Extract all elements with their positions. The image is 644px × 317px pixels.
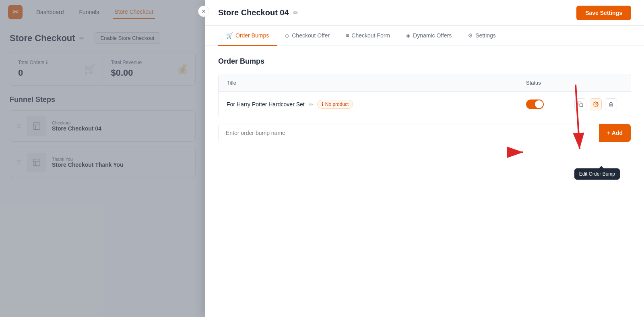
svg-rect-6 [580, 104, 583, 107]
modal-close-button[interactable]: ✕ [198, 6, 209, 17]
form-tab-icon: ≡ [346, 32, 349, 39]
edit-order-bump-button[interactable] [590, 98, 602, 110]
tab-order-bumps[interactable]: 🛒 Order Bumps [218, 26, 277, 46]
add-order-bump-input[interactable] [219, 124, 594, 142]
svg-point-7 [595, 104, 597, 105]
modal-header: Store Checkout 04 ✏ Save Settings [205, 0, 644, 26]
add-order-bump-button[interactable]: + Add [599, 124, 631, 142]
table-row: For Harry Potter Hardcover Set ✏ ℹ No pr… [219, 92, 631, 117]
modal-title-row: Store Checkout 04 ✏ [218, 8, 298, 17]
order-bumps-table: Title Status For Harry Potter Hardcover … [218, 74, 631, 117]
cart-tab-icon: 🛒 [226, 32, 233, 39]
modal-panel: Store Checkout 04 ✏ Save Settings 🛒 Orde… [205, 0, 644, 317]
modal-tabs: 🛒 Order Bumps ◇ Checkout Offer ≡ Checkou… [205, 26, 644, 46]
warning-icon: ℹ [322, 102, 324, 107]
toggle-enabled[interactable] [526, 99, 544, 109]
table-header: Title Status [219, 74, 631, 92]
row-title-cell: For Harry Potter Hardcover Set ✏ ℹ No pr… [227, 100, 526, 109]
modal-title-edit-icon[interactable]: ✏ [293, 9, 298, 17]
tab-settings[interactable]: ⚙ Settings [460, 26, 504, 46]
row-edit-icon[interactable]: ✏ [309, 102, 313, 108]
toggle-knob [535, 100, 543, 108]
tab-dynamic-offers[interactable]: ◈ Dynamic Offers [398, 26, 460, 46]
modal-body: Order Bumps Title Status For Harry Potte… [205, 46, 644, 317]
modal-title: Store Checkout 04 [218, 8, 289, 17]
col-title-header: Title [227, 80, 526, 86]
duplicate-button[interactable] [574, 98, 586, 110]
no-product-badge: ℹ No product [317, 100, 353, 109]
save-settings-button[interactable]: Save Settings [576, 6, 631, 20]
diamond-tab-icon: ◇ [285, 32, 289, 39]
dynamic-tab-icon: ◈ [406, 32, 411, 39]
tab-checkout-offer[interactable]: ◇ Checkout Offer [277, 26, 338, 46]
tab-checkout-form[interactable]: ≡ Checkout Form [338, 26, 398, 46]
row-actions-cell [574, 98, 623, 110]
section-title: Order Bumps [218, 57, 631, 66]
add-order-bump-row: + Add [218, 124, 631, 142]
delete-button[interactable] [605, 98, 617, 110]
row-status-cell [526, 99, 574, 109]
row-title-text: For Harry Potter Hardcover Set [227, 101, 305, 108]
col-status-header: Status [526, 80, 574, 86]
edit-order-bump-tooltip: Edit Order Bump [574, 168, 620, 180]
settings-tab-icon: ⚙ [468, 32, 473, 39]
background-dimmed-overlay [0, 0, 205, 317]
